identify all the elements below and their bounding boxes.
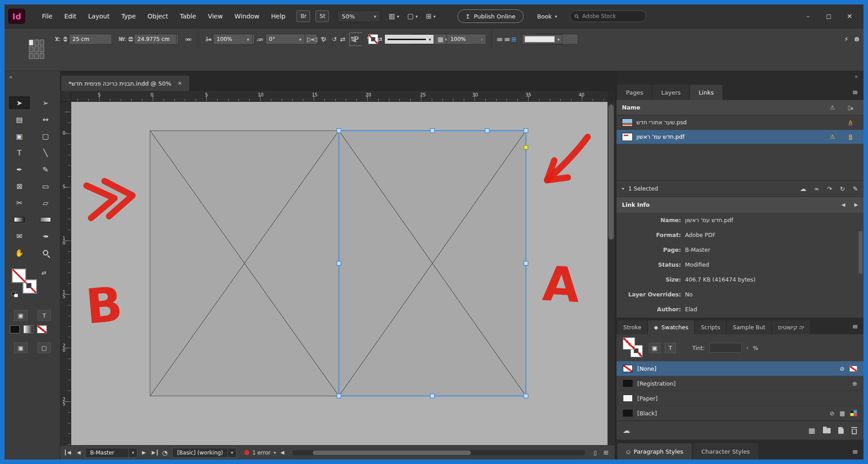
- vertical-scrollbar[interactable]: [608, 102, 615, 445]
- links-panel-scrollbar[interactable]: [859, 231, 863, 274]
- fit-page-icon[interactable]: ▯: [592, 449, 598, 456]
- previous-page-button[interactable]: ◀: [75, 450, 82, 455]
- y-input[interactable]: 25 cm: [69, 34, 112, 45]
- previous-link-icon[interactable]: ◀: [841, 202, 845, 208]
- select-container-icon[interactable]: ⇄: [338, 36, 347, 43]
- formatting-affects-text-button[interactable]: T: [665, 343, 676, 353]
- swap-fill-stroke-icon[interactable]: ⇄: [41, 269, 46, 276]
- formatting-affects-text-button[interactable]: T: [37, 310, 51, 321]
- gradient-feather-tool[interactable]: [35, 213, 56, 226]
- pencil-tool[interactable]: ✎: [35, 163, 56, 176]
- live-corner-handle[interactable]: [524, 146, 528, 150]
- publish-online-button[interactable]: ↥ Publish Online: [457, 9, 524, 23]
- stroke-style-dropdown[interactable]: ▾: [384, 34, 434, 44]
- tab-character-styles[interactable]: Character Styles: [693, 443, 758, 459]
- expander-icon[interactable]: ▾: [622, 186, 624, 191]
- collapse-dock-icon[interactable]: »: [854, 73, 858, 80]
- select-content-icon[interactable]: ⇅: [349, 36, 357, 43]
- zoom-tool[interactable]: [35, 246, 56, 259]
- tab-pages[interactable]: Pages: [617, 85, 652, 100]
- hand-tool[interactable]: ✋: [9, 246, 30, 259]
- tint-input[interactable]: [710, 344, 741, 353]
- link-row-selected[interactable]: חדש עמ' ראשון.pdf ⚠ B: [617, 130, 863, 144]
- horizontal-scrollbar[interactable]: [292, 450, 585, 455]
- document-canvas[interactable]: B A: [71, 102, 608, 445]
- scissors-tool[interactable]: ✂: [9, 196, 30, 209]
- rectangle-tool[interactable]: ▭: [35, 180, 56, 192]
- adobe-stock-search[interactable]: ⚲: [570, 10, 646, 22]
- panel-menu-icon[interactable]: ≡: [852, 88, 863, 100]
- swatch-row-paper[interactable]: [Paper]: [617, 391, 863, 406]
- apply-color-button[interactable]: [10, 325, 20, 333]
- content-collector-tool[interactable]: ▣: [9, 130, 30, 142]
- scroll-left-button[interactable]: ◀: [279, 450, 285, 455]
- tab-sample-buttons[interactable]: Sample But: [727, 320, 771, 334]
- close-tab-icon[interactable]: ✕: [178, 80, 182, 86]
- relink-icon[interactable]: ↷: [827, 185, 832, 192]
- cc-libraries-add-icon[interactable]: ☁: [623, 426, 630, 435]
- panel-menu-icon[interactable]: ≡: [853, 36, 861, 43]
- selection-handle[interactable]: [430, 129, 434, 133]
- ruler-origin-corner[interactable]: [60, 91, 71, 102]
- first-page-button[interactable]: ◀: [65, 450, 72, 455]
- stock-button[interactable]: St: [315, 10, 329, 22]
- menu-table[interactable]: Table: [174, 13, 202, 20]
- next-link-icon[interactable]: ▶: [854, 202, 858, 208]
- note-tool[interactable]: ✉: [9, 230, 30, 242]
- line-tool[interactable]: ╲: [35, 146, 56, 159]
- link-page[interactable]: B: [843, 134, 858, 140]
- tint-field[interactable]: [709, 343, 742, 353]
- menu-file[interactable]: File: [36, 13, 58, 20]
- normal-view-button[interactable]: ▣: [14, 342, 27, 353]
- chevron-right-icon[interactable]: ›: [380, 37, 382, 42]
- tab-scripts[interactable]: Scripts: [695, 320, 726, 334]
- screen-mode-dropdown[interactable]: ▢ ▾: [407, 12, 418, 20]
- panel-menu-icon[interactable]: ≡: [852, 322, 863, 334]
- swatch-row-none[interactable]: [None] ⊘: [617, 361, 863, 376]
- type-tool[interactable]: T: [9, 146, 30, 159]
- panel-menu-icon[interactable]: ≡: [852, 447, 863, 459]
- menu-layout[interactable]: Layout: [82, 13, 116, 20]
- swatch-row-black[interactable]: [Black] ⊘ ▦: [617, 406, 863, 421]
- constrain-dimensions-icon-2[interactable]: ∞: [183, 36, 192, 43]
- delete-swatch-icon[interactable]: [851, 427, 857, 434]
- collapse-tools-icon[interactable]: «: [9, 73, 13, 80]
- menu-view[interactable]: View: [202, 13, 228, 20]
- edit-original-icon[interactable]: ✎: [853, 185, 858, 192]
- tab-paragraph-styles[interactable]: ◇ Paragraph Styles: [617, 443, 692, 459]
- zoom-level-dropdown[interactable]: 50% ▾: [337, 10, 380, 22]
- new-swatch-group-icon[interactable]: [823, 428, 831, 433]
- status-column-icon[interactable]: ⚠: [826, 104, 839, 111]
- default-fill-stroke-icon[interactable]: [12, 292, 19, 298]
- tab-swatches[interactable]: ◈ Swatches: [648, 320, 694, 334]
- new-swatch-icon[interactable]: [838, 427, 844, 434]
- tab-links[interactable]: Links: [690, 85, 722, 100]
- link-row[interactable]: שער אחורי חדש.psd A: [617, 115, 863, 130]
- gap-tool[interactable]: ↔: [35, 113, 56, 126]
- preflight-icon[interactable]: ◔: [161, 449, 169, 456]
- selection-handle[interactable]: [485, 129, 489, 133]
- selection-handle[interactable]: [524, 394, 528, 398]
- chevron-down-icon[interactable]: ▾: [274, 450, 276, 455]
- selection-handle[interactable]: [337, 261, 341, 265]
- tab-decorations[interactable]: יה קישוטים: [772, 320, 810, 334]
- menu-object[interactable]: Object: [142, 13, 174, 20]
- arrange-documents-dropdown[interactable]: ⊞ ▾: [426, 12, 436, 20]
- gradient-swatch-tool[interactable]: [9, 213, 30, 226]
- direct-selection-tool[interactable]: ➢: [35, 96, 56, 109]
- quick-apply-swatch-dropdown[interactable]: ▾: [522, 34, 562, 44]
- formatting-affects-container-button[interactable]: ▣: [14, 310, 27, 321]
- stroke-color-swatch[interactable]: [368, 34, 378, 44]
- selection-handle[interactable]: [430, 394, 434, 398]
- apply-none-button[interactable]: [37, 325, 47, 333]
- fill-swatch[interactable]: [12, 268, 26, 283]
- book-dropdown[interactable]: Book ▾: [537, 13, 557, 20]
- preview-view-button[interactable]: ▢: [37, 342, 51, 353]
- content-placer-tool[interactable]: ▢: [35, 130, 56, 142]
- scale-y-input[interactable]: 100% ▾: [213, 34, 253, 45]
- free-transform-tool[interactable]: ▱: [35, 196, 56, 209]
- opacity-input[interactable]: 100% ›: [447, 34, 486, 45]
- paragraph-indent-icon[interactable]: ≡: [505, 36, 511, 43]
- preflight-profile-dropdown[interactable]: [Basic] (working) ▾: [172, 448, 237, 458]
- menu-type[interactable]: Type: [115, 13, 142, 20]
